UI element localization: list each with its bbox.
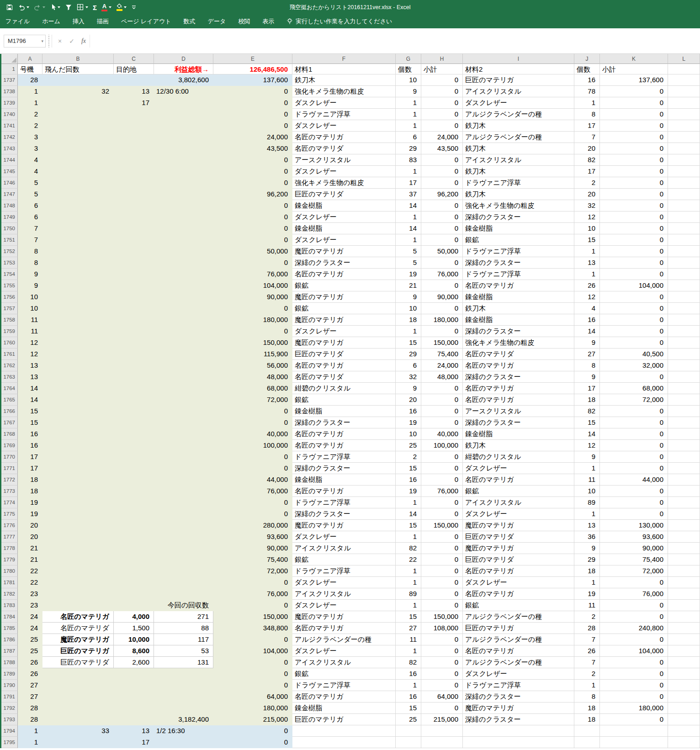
cell-I1780[interactable]: 名匠のマテリガ [463,565,574,577]
cell-C1789[interactable] [114,668,154,680]
cell-I1765[interactable]: 名匠のマテリガ [463,394,574,406]
cell-H1750[interactable]: 0 [421,223,463,234]
cell-C1775[interactable] [114,508,154,520]
cell-D1756[interactable] [154,291,213,303]
cell-I1768[interactable]: 錬金樹脂 [463,428,574,440]
cell-F1773[interactable]: 名匠のマテリガ [292,486,396,497]
cell-K1[interactable]: 小計 [600,64,668,74]
cell-F1769[interactable]: 名匠のマテリガ [292,440,396,451]
cell-C1794[interactable]: 13 [114,725,154,737]
cell-B1738[interactable]: 32 [42,86,114,97]
cell-K1790[interactable]: 0 [600,680,668,691]
cell-K1766[interactable]: 0 [600,406,668,417]
cell-E1795[interactable]: 0 [213,737,292,748]
cell-J1747[interactable]: 20 [574,189,600,200]
cell-F1794[interactable] [292,725,396,737]
cell-G1795[interactable] [396,737,421,748]
cell-H1745[interactable]: 0 [421,166,463,177]
cell-H1739[interactable]: 0 [421,97,463,109]
cell-L1767[interactable] [668,417,700,428]
cell-F1739[interactable]: ダスクレザー [292,97,396,109]
cell-J1751[interactable]: 15 [574,234,600,246]
cell-E1761[interactable]: 115,900 [213,349,292,360]
cell-F1789[interactable]: 銀鉱 [292,668,396,680]
cell-E1748[interactable]: 0 [213,200,292,211]
cell-E1742[interactable]: 24,000 [213,132,292,143]
cell-B1751[interactable] [42,234,114,246]
cell-J1771[interactable]: 1 [574,463,600,474]
cell-L1792[interactable] [668,702,700,714]
cell-H1795[interactable] [421,737,463,748]
cell-I1752[interactable]: ドラヴァニア浮草 [463,246,574,257]
cell-J1759[interactable]: 14 [574,326,600,337]
cell-J1737[interactable]: 16 [574,74,600,86]
fill-color-button[interactable] [115,2,128,13]
cell-H1751[interactable]: 0 [421,234,463,246]
cell-B1758[interactable] [42,314,114,326]
cell-I1756[interactable]: 錬金樹脂 [463,291,574,303]
cell-F1786[interactable]: アルジクラベンダーの種 [292,634,396,645]
cell-D1776[interactable] [154,520,213,531]
cell-K1787[interactable]: 104,000 [600,645,668,657]
cell-K1793[interactable]: 0 [600,714,668,725]
cell-D1737[interactable]: 3,802,600 [154,74,213,86]
tab-page-layout[interactable]: ページ レイアウト [121,17,171,26]
cell-K1786[interactable]: 0 [600,634,668,645]
cell-H1787[interactable]: 0 [421,645,463,657]
cell-C1767[interactable] [114,417,154,428]
cell-K1751[interactable]: 0 [600,234,668,246]
cell-G1788[interactable]: 82 [396,657,421,668]
cell-A1782[interactable]: 23 [18,588,42,600]
cell-K1795[interactable] [600,737,668,748]
cell-A1737[interactable]: 28 [18,74,42,86]
cell-L1737[interactable] [668,74,700,86]
cell-B1794[interactable]: 33 [42,725,114,737]
cell-I1776[interactable]: 魔匠のマテリガ [463,520,574,531]
cell-L1738[interactable] [668,86,700,97]
cell-B1765[interactable] [42,394,114,406]
cell-G1752[interactable]: 5 [396,246,421,257]
cell-C1749[interactable] [114,211,154,223]
cell-F1738[interactable]: 強化キメラ生物の粗皮 [292,86,396,97]
cell-E1760[interactable]: 150,000 [213,337,292,349]
cell-E1774[interactable]: 0 [213,497,292,508]
cell-H1783[interactable]: 0 [421,600,463,611]
cell-F1793[interactable]: 巨匠のマテリガ [292,714,396,725]
cell-D1759[interactable] [154,326,213,337]
row-header-1746[interactable]: 1746 [1,177,18,189]
cell-C1782[interactable] [114,588,154,600]
cell-B1774[interactable] [42,497,114,508]
font-color-dropdown-icon[interactable] [109,6,111,8]
cell-E1793[interactable]: 215,000 [213,714,292,725]
cell-D1752[interactable] [154,246,213,257]
cell-E1740[interactable]: 0 [213,109,292,120]
cell-G1758[interactable]: 18 [396,314,421,326]
cell-G1744[interactable]: 83 [396,154,421,166]
cell-D1[interactable]: 利益総額→ [154,64,213,74]
cell-H1[interactable]: 小計 [421,64,463,74]
cell-G1751[interactable]: 1 [396,234,421,246]
cell-F1774[interactable]: ドラヴァニア浮草 [292,497,396,508]
cell-G1785[interactable]: 27 [396,623,421,634]
cell-L1768[interactable] [668,428,700,440]
cell-B1780[interactable] [42,565,114,577]
cell-B1795[interactable] [42,737,114,748]
cell-K1738[interactable]: 0 [600,86,668,97]
cell-F1737[interactable]: 鉄刀木 [292,74,396,86]
cell-H1737[interactable]: 0 [421,74,463,86]
filter-button[interactable] [64,2,74,13]
cell-F1770[interactable]: ドラヴァニア浮草 [292,451,396,463]
cell-J1785[interactable]: 28 [574,623,600,634]
cell-H1788[interactable]: 0 [421,657,463,668]
cell-J1795[interactable] [574,737,600,748]
cell-E1762[interactable]: 56,000 [213,360,292,371]
cell-D1781[interactable] [154,577,213,588]
cell-C1737[interactable] [114,74,154,86]
cell-F1748[interactable]: 錬金樹脂 [292,200,396,211]
cell-F1764[interactable]: 紺碧のクリスタル [292,383,396,394]
cell-G1741[interactable]: 1 [396,120,421,132]
cell-E1785[interactable]: 348,800 [213,623,292,634]
cell-G1789[interactable]: 16 [396,668,421,680]
cell-D1748[interactable] [154,200,213,211]
cell-E1784[interactable]: 150,000 [213,611,292,623]
